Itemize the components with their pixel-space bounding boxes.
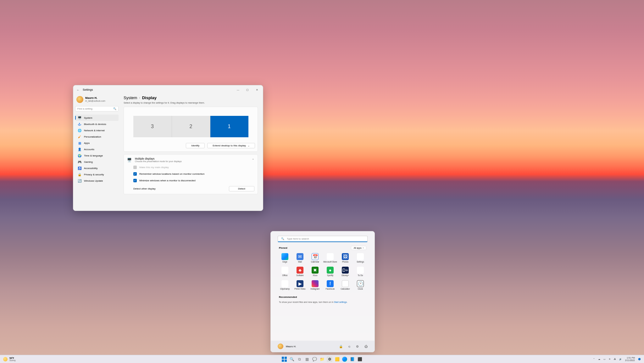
app-tile-calculator[interactable]: 🖩Calculator	[338, 279, 353, 291]
start-search[interactable]: 🔍 Type here to search	[278, 236, 368, 242]
check-remember[interactable]: ✓ Remember window locations based on mon…	[127, 169, 254, 176]
sidebar-item-privacy-security[interactable]: 🔒Privacy & security	[75, 171, 119, 178]
checkbox-remember[interactable]: ✓	[133, 172, 137, 176]
app-tile-microsoft-store[interactable]: 🛍Microsoft Store	[323, 252, 337, 264]
nav-icon: 🖌	[78, 135, 81, 139]
extend-dropdown[interactable]: Extend desktop to this display ⌄	[207, 143, 255, 148]
identify-button[interactable]: Identify	[186, 143, 205, 148]
multiple-displays-header[interactable]: 🖥️ Multiple displays Choose the presenta…	[127, 157, 254, 162]
monitor-3[interactable]: 3	[133, 116, 172, 137]
tray-app-icon[interactable]: ▭	[603, 358, 606, 360]
breadcrumb: System › Display	[124, 95, 258, 100]
start-button[interactable]	[281, 356, 287, 362]
svg-rect-3	[285, 360, 287, 362]
settings-window: ← Settings — ▢ ✕ Mauro H. m_lab@outlook.…	[73, 85, 263, 211]
app-label: Disney+	[341, 274, 349, 276]
app-tile-mail[interactable]: ✉Mail	[293, 252, 307, 264]
power-icon[interactable]: ⏻	[364, 345, 368, 348]
check-minimize[interactable]: ✓ Minimize windows when a monitor is dis…	[127, 176, 254, 182]
taskbar-clock[interactable]: 1:51 PM 2/11/2022	[625, 357, 635, 361]
account-name: Mauro H.	[85, 97, 105, 100]
taskbar-search-icon[interactable]: 🔍	[289, 356, 295, 362]
app-tile-facebook[interactable]: fFacebook	[323, 279, 337, 291]
pinned-label: Pinned	[279, 247, 287, 249]
app-tile-clipchamp[interactable]: CClipchamp	[278, 279, 292, 291]
app-tile-solitaire[interactable]: ♣Solitaire	[293, 265, 307, 278]
task-view-icon[interactable]: ⧉	[297, 356, 302, 362]
sidebar-item-windows-update[interactable]: 🔄Windows Update	[75, 178, 119, 184]
send-icon[interactable]: ✈	[609, 358, 611, 360]
app-icon: 🖼	[342, 253, 349, 260]
app-tile-xbox[interactable]: ✖Xbox	[308, 265, 322, 278]
app-tile-to-do[interactable]: ✔To Do	[353, 265, 368, 278]
recommended-text: To show your recent files and new apps, …	[279, 301, 366, 303]
app-tile-calendar[interactable]: 📅Calendar	[308, 252, 322, 264]
taskbar-weather[interactable]: 50°F Sunny	[3, 357, 16, 361]
taskbar-app-word[interactable]: 📘	[349, 356, 355, 362]
taskbar-app-terminal[interactable]: ⬛	[357, 356, 363, 362]
signout-icon[interactable]: ⎋	[348, 345, 350, 348]
network-icon[interactable]: 🖧	[614, 358, 616, 360]
app-tile-disney-[interactable]: D+Disney+	[338, 265, 353, 278]
app-icon: f	[327, 280, 334, 287]
nav-icon: 🔄	[78, 179, 81, 183]
settings-content: System › Display Select a display to cha…	[120, 94, 263, 211]
monitor-2[interactable]: 2	[172, 116, 210, 137]
app-label: Office	[282, 274, 288, 276]
taskbar-app-settings[interactable]: ⚙	[327, 356, 332, 362]
nav-icon: ♿	[78, 166, 81, 170]
chat-icon[interactable]: 💬	[312, 356, 317, 362]
onedrive-icon[interactable]: ☁	[598, 358, 600, 360]
minimize-button[interactable]: —	[233, 87, 243, 93]
sidebar-item-personalization[interactable]: 🖌Personalization	[75, 133, 119, 140]
sidebar-item-gaming[interactable]: 🎮Gaming	[75, 159, 119, 165]
monitor-1[interactable]: 1	[210, 116, 248, 137]
start-user[interactable]: Mauro H.	[278, 343, 296, 349]
tray-chevron-icon[interactable]: ⌃	[593, 358, 595, 360]
maximize-button[interactable]: ▢	[243, 87, 252, 93]
widgets-icon[interactable]: ▦	[304, 356, 310, 362]
breadcrumb-parent[interactable]: System	[124, 95, 137, 100]
nav-label: Personalization	[84, 135, 101, 138]
lock-icon[interactable]: 🔒	[339, 345, 343, 348]
notifications-icon[interactable]: 🔵	[638, 358, 641, 360]
app-tile-instagram[interactable]: Instagram	[308, 279, 322, 291]
nav-label: Gaming	[84, 161, 93, 163]
settings-sidebar: Mauro H. m_lab@outlook.com Find a settin…	[73, 94, 120, 211]
sidebar-item-network-internet[interactable]: 🌐Network & internet	[75, 127, 119, 133]
multiple-displays-sub: Choose the presentation mode for your di…	[135, 160, 182, 162]
app-tile-prime-video[interactable]: ▶Prime Video	[293, 279, 307, 291]
app-label: Instagram	[311, 288, 320, 290]
app-tile-spotify[interactable]: ●Spotify	[323, 265, 337, 278]
monitors-container: 321	[133, 116, 248, 137]
sidebar-item-time-language[interactable]: 🌍Time & language	[75, 152, 119, 159]
sidebar-item-accounts[interactable]: 👤Accounts	[75, 146, 119, 152]
start-settings-link[interactable]: Start settings	[334, 301, 347, 303]
app-icon: 🛍	[327, 253, 334, 260]
taskbar-app-vm[interactable]: 🟨	[334, 356, 340, 362]
app-tile-office[interactable]: OOffice	[278, 265, 292, 278]
checkbox-minimize[interactable]: ✓	[133, 179, 137, 182]
close-button[interactable]: ✕	[252, 87, 262, 93]
app-tile-photos[interactable]: 🖼Photos	[338, 252, 353, 264]
weather-icon	[3, 357, 8, 361]
settings-search[interactable]: Find a setting 🔍	[75, 106, 119, 111]
app-icon: 📅	[312, 253, 319, 260]
app-tile-clock[interactable]: 🕐Clock	[353, 279, 368, 291]
account-block[interactable]: Mauro H. m_lab@outlook.com	[75, 94, 119, 106]
app-tile-edge[interactable]: Edge	[278, 252, 292, 264]
detect-button[interactable]: Detect	[229, 186, 254, 191]
sidebar-item-accessibility[interactable]: ♿Accessibility	[75, 165, 119, 171]
sidebar-item-apps[interactable]: ▦Apps	[75, 140, 119, 146]
app-tile-settings[interactable]: ⚙Settings	[353, 252, 368, 264]
app-label: Settings	[357, 261, 364, 263]
nav-icon: 🖥️	[78, 116, 81, 120]
all-apps-button[interactable]: All apps ›	[351, 246, 366, 250]
back-icon[interactable]: ←	[76, 88, 80, 92]
volume-icon[interactable]: 🔊	[619, 358, 622, 360]
taskbar-app-edge[interactable]	[342, 356, 347, 362]
sidebar-item-bluetooth-devices[interactable]: 🕹Bluetooth & devices	[75, 121, 119, 127]
settings-icon[interactable]: ⚙	[356, 345, 359, 348]
sidebar-item-system[interactable]: 🖥️System	[75, 115, 119, 121]
taskbar-app-explorer[interactable]: 📁	[319, 356, 325, 362]
